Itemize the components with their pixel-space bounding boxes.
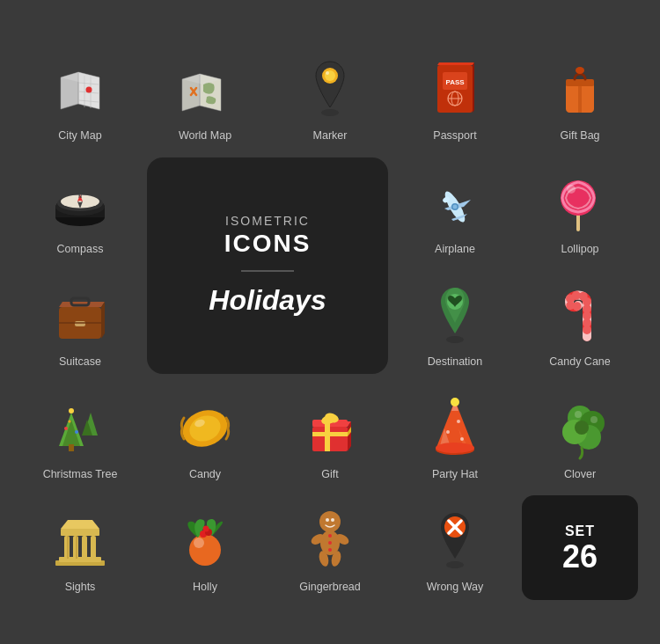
- icon-cell-destination: Destination: [397, 270, 513, 374]
- icon-cell-christmas-tree: Christmas Tree: [22, 383, 138, 487]
- compass-label: Compass: [57, 242, 104, 256]
- svg-point-122: [446, 561, 464, 568]
- svg-marker-98: [61, 520, 99, 529]
- svg-point-62: [64, 427, 68, 430]
- svg-marker-70: [348, 421, 351, 451]
- gift-bag-label: Gift Bag: [560, 128, 599, 143]
- svg-point-119: [328, 534, 332, 538]
- svg-point-117: [326, 518, 329, 522]
- svg-marker-23: [473, 62, 474, 113]
- icon-cell-world-map: World Map: [147, 44, 263, 148]
- icon-cell-compass: N Compass: [22, 157, 138, 261]
- svg-point-84: [451, 398, 459, 406]
- svg-point-92: [575, 421, 589, 435]
- svg-point-47: [567, 185, 576, 194]
- clover-icon: [545, 390, 615, 460]
- gingerbread-icon: [295, 502, 365, 573]
- svg-point-93: [575, 411, 582, 418]
- svg-text:PASS: PASS: [445, 78, 465, 86]
- promo-divider: [241, 270, 294, 272]
- icon-cell-passport: PASS Passport: [397, 44, 513, 148]
- icon-cell-holly: Holly: [147, 495, 263, 599]
- holly-label: Holly: [193, 580, 217, 594]
- svg-point-121: [328, 548, 332, 552]
- suitcase-icon: [45, 277, 115, 348]
- world-map-label: World Map: [179, 128, 231, 143]
- svg-rect-73: [312, 432, 348, 436]
- sights-label: Sights: [65, 580, 96, 594]
- holly-icon: [170, 502, 240, 573]
- gift-label: Gift: [321, 467, 338, 481]
- set-badge: SET 26: [522, 495, 638, 599]
- svg-point-16: [321, 109, 339, 116]
- candy-cane-icon: [545, 277, 615, 348]
- svg-point-61: [69, 408, 74, 413]
- promo-card: ISOMETRIC ICONS Holidays: [147, 157, 388, 375]
- party-hat-icon: [420, 390, 490, 460]
- svg-point-86: [457, 420, 460, 423]
- svg-point-110: [203, 526, 209, 532]
- city-map-label: City Map: [58, 128, 101, 143]
- marker-label: Marker: [313, 128, 348, 143]
- wrong-way-icon: [420, 502, 490, 573]
- party-hat-label: Party Hat: [432, 467, 478, 481]
- compass-icon: N: [45, 165, 115, 235]
- candy-icon: [170, 390, 240, 460]
- lollipop-label: Lollipop: [561, 242, 598, 256]
- clover-label: Clover: [564, 467, 596, 481]
- svg-point-63: [75, 430, 78, 434]
- svg-point-19: [326, 71, 329, 75]
- icon-cell-sights: Sights: [22, 495, 138, 599]
- svg-point-120: [328, 541, 332, 545]
- svg-point-64: [69, 421, 71, 423]
- icon-cell-candy-cane: Candy Cane: [522, 270, 638, 374]
- candy-label: Candy: [189, 467, 221, 481]
- candy-cane-label: Candy Cane: [549, 355, 611, 369]
- icon-grid: City Map Wor: [13, 26, 647, 617]
- airplane-icon: [420, 165, 490, 235]
- passport-label: Passport: [433, 128, 476, 143]
- icon-cell-lollipop: Lollipop: [522, 157, 638, 261]
- promo-main-title: Holidays: [209, 284, 326, 317]
- destination-label: Destination: [428, 355, 483, 369]
- christmas-tree-icon: [45, 390, 115, 460]
- svg-point-105: [189, 534, 221, 566]
- set-badge-label: SET: [565, 523, 595, 539]
- icon-cell-gingerbread: Gingerbread: [272, 495, 388, 599]
- svg-rect-31: [578, 83, 582, 113]
- icon-cell-party-hat: Party Hat: [397, 383, 513, 487]
- svg-point-8: [86, 87, 92, 93]
- destination-icon: [420, 277, 490, 348]
- gift-icon: [295, 390, 365, 460]
- icon-cell-suitcase: Suitcase: [22, 270, 138, 374]
- svg-point-118: [331, 518, 334, 522]
- icon-cell-wrong-way: Wrong Way: [397, 495, 513, 599]
- svg-marker-50: [101, 302, 105, 339]
- svg-marker-22: [437, 62, 474, 65]
- icon-cell-clover: Clover: [522, 383, 638, 487]
- svg-rect-102: [91, 536, 96, 559]
- lollipop-icon: [545, 165, 615, 235]
- passport-icon: PASS: [420, 51, 490, 121]
- svg-point-77: [326, 416, 334, 423]
- svg-point-85: [446, 430, 450, 434]
- svg-rect-104: [76, 536, 77, 559]
- christmas-tree-label: Christmas Tree: [43, 467, 118, 481]
- city-map-icon: [45, 51, 115, 121]
- svg-point-43: [453, 204, 458, 209]
- icon-cell-airplane: Airplane: [397, 157, 513, 261]
- svg-rect-101: [82, 536, 87, 559]
- svg-rect-60: [69, 444, 74, 451]
- airplane-label: Airplane: [435, 242, 475, 256]
- promo-icons-title: ICONS: [224, 230, 312, 258]
- svg-point-87: [460, 437, 464, 441]
- svg-point-54: [446, 336, 464, 343]
- icon-cell-marker: Marker: [272, 44, 388, 148]
- svg-text:N: N: [78, 194, 82, 199]
- svg-point-83: [436, 443, 474, 453]
- svg-point-111: [319, 511, 341, 532]
- sights-icon: [45, 502, 115, 573]
- marker-icon: [295, 51, 365, 121]
- wrong-way-label: Wrong Way: [427, 580, 484, 594]
- icon-cell-candy: Candy: [147, 383, 263, 487]
